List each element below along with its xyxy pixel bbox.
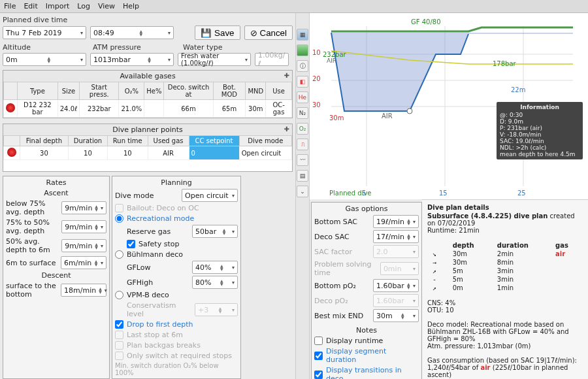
menu-log[interactable]: Log <box>77 2 90 10</box>
gas-col-icon <box>4 82 18 100</box>
table-row[interactable]: D12 232 bar 24.0ℓ 232bar 21.0% 66m 65m 3… <box>4 100 292 118</box>
time-combo[interactable]: 08:49▲▼ <box>90 26 174 39</box>
reserve-spin[interactable]: 50bar▲▼ <box>192 225 238 238</box>
sacf-spin: 2.0 <box>373 245 419 258</box>
rate-v2[interactable]: 9m/min▲▼ <box>61 220 106 233</box>
bar-icon[interactable]: ▤ <box>297 170 308 182</box>
notes-title: Notes <box>314 326 419 335</box>
air-top-label: AIR <box>327 58 336 64</box>
save-icon: 💾 <box>201 28 212 38</box>
cancel-button[interactable]: ⊘Cancel <box>244 25 293 40</box>
rate-v1[interactable]: 9m/min▲▼ <box>61 201 106 214</box>
gfhigh-spin[interactable]: 80%▲▼ <box>192 276 238 289</box>
gflow-spin[interactable]: 40%▲▼ <box>192 261 238 274</box>
rate-label: surface to the bottom <box>6 282 57 299</box>
minswitch-label: Min. switch duration O₂% below 100% <box>115 362 238 376</box>
runtime-check[interactable] <box>314 337 323 345</box>
planned-dive-time-label: Planned dive time <box>3 16 293 24</box>
menu-view[interactable]: View <box>98 2 115 10</box>
cylinder-icon <box>7 148 16 157</box>
gases-add-icon[interactable]: ✚ <box>284 72 289 79</box>
pst-spin: 0min <box>380 262 419 275</box>
save-button[interactable]: 💾Save <box>195 25 240 40</box>
conslvl-label: Conservatism level <box>127 301 191 318</box>
info-icon[interactable]: ⓘ <box>297 60 308 72</box>
bpo2-spin[interactable]: 1.60bar▲▼ <box>373 279 419 292</box>
vpmb-radio[interactable] <box>115 291 123 299</box>
buhl-radio[interactable] <box>115 250 123 259</box>
rate-v5[interactable]: 18m/min▲▼ <box>61 284 106 297</box>
bsac-spin[interactable]: 19ℓ/min▲▼ <box>373 215 419 228</box>
gf-label: GF 40/80 <box>411 18 441 25</box>
points-title: Dive planner points✚ <box>3 124 292 135</box>
bend-label: Best mix END <box>314 312 363 320</box>
gas-col-use: Use <box>266 82 292 100</box>
table-row[interactable]: 30 10 10 AIR 0 Open circuit <box>4 146 292 160</box>
gas-col-mnd: MND <box>246 82 266 100</box>
water-type-combo[interactable]: Fresh water (1.00kg/ℓ) <box>178 53 251 66</box>
tissue-icon[interactable]: ◧ <box>297 76 308 88</box>
hr-icon[interactable]: ⎍ <box>297 139 308 150</box>
dsac-spin[interactable]: 17ℓ/min▲▼ <box>373 230 419 243</box>
end-press: 178bar <box>493 60 516 67</box>
ytick-20: 20 <box>312 75 321 82</box>
segment-check[interactable] <box>314 352 323 360</box>
dpo2-label: Deco pO₂ <box>314 297 348 305</box>
atm-label: ATM pressure <box>93 43 179 52</box>
planning-title: Planning <box>115 178 238 187</box>
sacf-label: SAC factor <box>314 248 352 256</box>
xtick-15: 15 <box>439 190 448 197</box>
dsac-label: Deco SAC <box>314 233 350 241</box>
dive-profile-chart[interactable]: GF 40/80 10 20 30 30m AIR 232bar AIR 178… <box>310 13 588 199</box>
cancel-icon: ⊘ <box>250 28 257 38</box>
pst-label: Problem solving time <box>314 260 376 277</box>
gas-col-size: Size <box>57 82 79 100</box>
menu-edit[interactable]: Edit <box>24 2 37 10</box>
gradient-icon[interactable] <box>297 44 308 56</box>
xtick-5: 5 <box>362 190 366 197</box>
points-table: Final depth Duration Run time Used gas C… <box>3 135 292 160</box>
trans-check[interactable] <box>314 371 323 379</box>
menu-file[interactable]: File <box>4 2 16 10</box>
rec-radio[interactable] <box>115 214 123 223</box>
menubar: File Edit Import Log View Help <box>0 0 588 13</box>
last6-check <box>115 331 123 339</box>
details-table: depthdurationgas ↘30m2minair →30m8min ↗5… <box>427 241 583 292</box>
date-combo[interactable]: Thu 7 Feb 2019 <box>3 26 86 39</box>
menu-import[interactable]: Import <box>46 2 70 10</box>
rate-v3[interactable]: 9m/min▲▼ <box>61 239 106 252</box>
dpo2-spin: 1.60bar <box>373 294 419 307</box>
he-icon[interactable]: He <box>297 91 308 103</box>
dive-mode-label: Dive mode <box>115 191 154 200</box>
safety-check[interactable] <box>127 240 135 248</box>
bpo2-label: Bottom pO₂ <box>314 282 356 290</box>
info-tooltip: Information @: 0:30 D: 9.0m P: 231bar (a… <box>497 102 583 159</box>
gases-title: Available gases✚ <box>3 71 292 82</box>
bsac-label: Bottom SAC <box>314 218 357 226</box>
altitude-combo[interactable]: 0m▲▼ <box>3 53 86 66</box>
bend-spin[interactable]: 30m▲▼ <box>373 309 419 322</box>
atm-combo[interactable]: 1013mbar▲▼ <box>90 53 174 66</box>
cylinder-icon <box>6 103 15 112</box>
o2-icon[interactable]: O₂ <box>297 123 308 135</box>
depth-30m: 30m <box>329 114 344 122</box>
mnd-22m: 22m <box>511 86 525 93</box>
drop-check[interactable] <box>115 320 123 329</box>
conslvl-spin: +3▲▼ <box>195 303 238 316</box>
profile-icon[interactable]: ▦ <box>297 29 308 41</box>
menu-help[interactable]: Help <box>123 2 139 10</box>
n2-icon[interactable]: N₂ <box>297 107 308 119</box>
dive-mode-combo[interactable]: Open circuit <box>182 189 238 202</box>
chevron-down-icon[interactable]: ⌄ <box>297 186 308 197</box>
salinity-input: 1.00kg/ℓ <box>255 53 289 66</box>
ytick-10: 10 <box>312 49 321 56</box>
rate-label: 75% to 50% avg. depth <box>6 218 57 235</box>
bailout-check <box>115 204 123 212</box>
details-title: Dive plan details <box>427 204 583 211</box>
gas-col-type: Type <box>18 82 58 100</box>
graph-icon[interactable]: 〰 <box>297 154 308 166</box>
gasopts-title: Gas options <box>314 205 419 213</box>
rate-v4[interactable]: 6m/min▲▼ <box>61 256 106 269</box>
icon-strip: ▦ ⓘ ◧ He N₂ O₂ ⎍ 〰 ▤ ⌄ <box>295 13 310 379</box>
points-add-icon[interactable]: ✚ <box>284 125 289 133</box>
